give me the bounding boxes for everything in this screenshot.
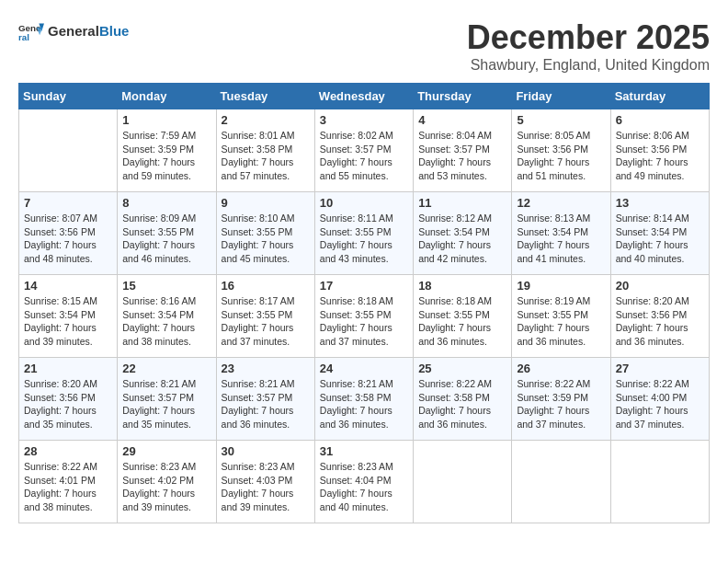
day-number: 15	[122, 279, 210, 293]
day-number: 21	[24, 362, 112, 375]
weekday-header: Saturday	[610, 84, 709, 109]
calendar-cell: 17Sunrise: 8:18 AMSunset: 3:55 PMDayligh…	[314, 275, 413, 358]
day-number: 22	[122, 362, 210, 375]
day-info: Sunrise: 8:18 AMSunset: 3:55 PMDaylight:…	[418, 294, 506, 349]
calendar-cell	[512, 441, 610, 523]
day-number: 19	[517, 279, 605, 293]
calendar-cell: 27Sunrise: 8:22 AMSunset: 4:00 PMDayligh…	[610, 358, 709, 441]
calendar-week-row: 28Sunrise: 8:22 AMSunset: 4:01 PMDayligh…	[19, 441, 710, 523]
day-number: 4	[418, 113, 506, 127]
day-number: 30	[222, 444, 310, 458]
day-info: Sunrise: 8:02 AMSunset: 3:57 PMDaylight:…	[320, 129, 408, 183]
page-header: Gene ral GeneralBlue December 2025 Shawb…	[18, 18, 710, 74]
day-number: 25	[418, 362, 506, 375]
day-number: 8	[122, 196, 210, 210]
location-title: Shawbury, England, United Kingdom	[467, 57, 710, 74]
day-info: Sunrise: 8:23 AMSunset: 4:03 PMDaylight:…	[222, 460, 310, 514]
month-title: December 2025	[467, 18, 710, 57]
logo-icon: Gene ral	[18, 18, 44, 44]
day-number: 17	[320, 279, 408, 293]
day-number: 9	[222, 196, 310, 210]
calendar-cell: 20Sunrise: 8:20 AMSunset: 3:56 PMDayligh…	[610, 275, 709, 358]
calendar-cell: 5Sunrise: 8:05 AMSunset: 3:56 PMDaylight…	[512, 109, 610, 192]
calendar-cell: 11Sunrise: 8:12 AMSunset: 3:54 PMDayligh…	[414, 192, 512, 275]
day-number: 10	[320, 196, 408, 210]
calendar-cell: 1Sunrise: 7:59 AMSunset: 3:59 PMDaylight…	[118, 109, 216, 192]
day-info: Sunrise: 8:20 AMSunset: 3:56 PMDaylight:…	[616, 294, 704, 349]
calendar-cell: 23Sunrise: 8:21 AMSunset: 3:57 PMDayligh…	[216, 358, 314, 441]
day-number: 6	[616, 113, 704, 127]
day-number: 26	[517, 362, 605, 375]
day-number: 11	[418, 196, 506, 210]
calendar-cell: 14Sunrise: 8:15 AMSunset: 3:54 PMDayligh…	[19, 275, 118, 358]
day-info: Sunrise: 8:01 AMSunset: 3:58 PMDaylight:…	[222, 129, 310, 183]
day-info: Sunrise: 8:22 AMSunset: 4:00 PMDaylight:…	[616, 377, 704, 431]
day-info: Sunrise: 8:22 AMSunset: 3:59 PMDaylight:…	[517, 377, 605, 431]
calendar-cell: 9Sunrise: 8:10 AMSunset: 3:55 PMDaylight…	[216, 192, 314, 275]
day-info: Sunrise: 8:05 AMSunset: 3:56 PMDaylight:…	[517, 129, 605, 183]
day-info: Sunrise: 8:21 AMSunset: 3:57 PMDaylight:…	[222, 377, 310, 431]
calendar-cell: 25Sunrise: 8:22 AMSunset: 3:58 PMDayligh…	[414, 358, 512, 441]
calendar-cell: 24Sunrise: 8:21 AMSunset: 3:58 PMDayligh…	[314, 358, 413, 441]
calendar-cell	[19, 109, 118, 192]
day-number: 3	[320, 113, 408, 127]
day-info: Sunrise: 8:15 AMSunset: 3:54 PMDaylight:…	[24, 294, 112, 349]
day-number: 24	[320, 362, 408, 375]
weekday-header: Thursday	[414, 84, 512, 109]
calendar-week-row: 21Sunrise: 8:20 AMSunset: 3:56 PMDayligh…	[19, 358, 710, 441]
weekday-header: Friday	[512, 84, 610, 109]
calendar-cell: 4Sunrise: 8:04 AMSunset: 3:57 PMDaylight…	[414, 109, 512, 192]
calendar-week-row: 1Sunrise: 7:59 AMSunset: 3:59 PMDaylight…	[19, 109, 710, 192]
day-info: Sunrise: 8:22 AMSunset: 4:01 PMDaylight:…	[24, 460, 112, 514]
logo-blue: Blue	[99, 23, 130, 39]
day-number: 12	[517, 196, 605, 210]
day-info: Sunrise: 8:21 AMSunset: 3:57 PMDaylight:…	[122, 377, 210, 431]
day-info: Sunrise: 8:16 AMSunset: 3:54 PMDaylight:…	[122, 294, 210, 349]
day-info: Sunrise: 8:13 AMSunset: 3:54 PMDaylight:…	[517, 212, 605, 266]
calendar-cell: 30Sunrise: 8:23 AMSunset: 4:03 PMDayligh…	[216, 441, 314, 523]
day-info: Sunrise: 8:06 AMSunset: 3:56 PMDaylight:…	[616, 129, 704, 183]
day-number: 23	[222, 362, 310, 375]
calendar-cell: 31Sunrise: 8:23 AMSunset: 4:04 PMDayligh…	[314, 441, 413, 523]
day-number: 29	[122, 444, 210, 458]
day-info: Sunrise: 7:59 AMSunset: 3:59 PMDaylight:…	[122, 129, 210, 183]
day-number: 1	[122, 113, 210, 127]
day-info: Sunrise: 8:11 AMSunset: 3:55 PMDaylight:…	[320, 212, 408, 266]
day-number: 7	[24, 196, 112, 210]
svg-text:ral: ral	[18, 32, 29, 42]
weekday-header-row: SundayMondayTuesdayWednesdayThursdayFrid…	[19, 84, 710, 109]
weekday-header: Wednesday	[314, 84, 413, 109]
calendar-cell: 13Sunrise: 8:14 AMSunset: 3:54 PMDayligh…	[610, 192, 709, 275]
calendar-cell: 2Sunrise: 8:01 AMSunset: 3:58 PMDaylight…	[216, 109, 314, 192]
day-info: Sunrise: 8:20 AMSunset: 3:56 PMDaylight:…	[24, 377, 112, 431]
day-info: Sunrise: 8:04 AMSunset: 3:57 PMDaylight:…	[418, 129, 506, 183]
calendar-table: SundayMondayTuesdayWednesdayThursdayFrid…	[18, 83, 710, 523]
calendar-cell	[414, 441, 512, 523]
day-info: Sunrise: 8:21 AMSunset: 3:58 PMDaylight:…	[320, 377, 408, 431]
title-block: December 2025 Shawbury, England, United …	[467, 18, 710, 74]
calendar-cell: 8Sunrise: 8:09 AMSunset: 3:55 PMDaylight…	[118, 192, 216, 275]
calendar-cell: 21Sunrise: 8:20 AMSunset: 3:56 PMDayligh…	[19, 358, 118, 441]
calendar-cell: 12Sunrise: 8:13 AMSunset: 3:54 PMDayligh…	[512, 192, 610, 275]
calendar-cell: 18Sunrise: 8:18 AMSunset: 3:55 PMDayligh…	[414, 275, 512, 358]
weekday-header: Tuesday	[216, 84, 314, 109]
day-number: 20	[616, 279, 704, 293]
calendar-cell	[610, 441, 709, 523]
calendar-cell: 6Sunrise: 8:06 AMSunset: 3:56 PMDaylight…	[610, 109, 709, 192]
day-info: Sunrise: 8:22 AMSunset: 3:58 PMDaylight:…	[418, 377, 506, 431]
calendar-week-row: 14Sunrise: 8:15 AMSunset: 3:54 PMDayligh…	[19, 275, 710, 358]
day-info: Sunrise: 8:09 AMSunset: 3:55 PMDaylight:…	[122, 212, 210, 266]
day-info: Sunrise: 8:14 AMSunset: 3:54 PMDaylight:…	[616, 212, 704, 266]
day-info: Sunrise: 8:19 AMSunset: 3:55 PMDaylight:…	[517, 294, 605, 349]
calendar-cell: 16Sunrise: 8:17 AMSunset: 3:55 PMDayligh…	[216, 275, 314, 358]
calendar-cell: 29Sunrise: 8:23 AMSunset: 4:02 PMDayligh…	[118, 441, 216, 523]
calendar-cell: 15Sunrise: 8:16 AMSunset: 3:54 PMDayligh…	[118, 275, 216, 358]
weekday-header: Sunday	[19, 84, 118, 109]
weekday-header: Monday	[118, 84, 216, 109]
day-info: Sunrise: 8:23 AMSunset: 4:04 PMDaylight:…	[320, 460, 408, 514]
day-info: Sunrise: 8:18 AMSunset: 3:55 PMDaylight:…	[320, 294, 408, 349]
day-info: Sunrise: 8:10 AMSunset: 3:55 PMDaylight:…	[222, 212, 310, 266]
calendar-week-row: 7Sunrise: 8:07 AMSunset: 3:56 PMDaylight…	[19, 192, 710, 275]
day-number: 31	[320, 444, 408, 458]
calendar-cell: 26Sunrise: 8:22 AMSunset: 3:59 PMDayligh…	[512, 358, 610, 441]
